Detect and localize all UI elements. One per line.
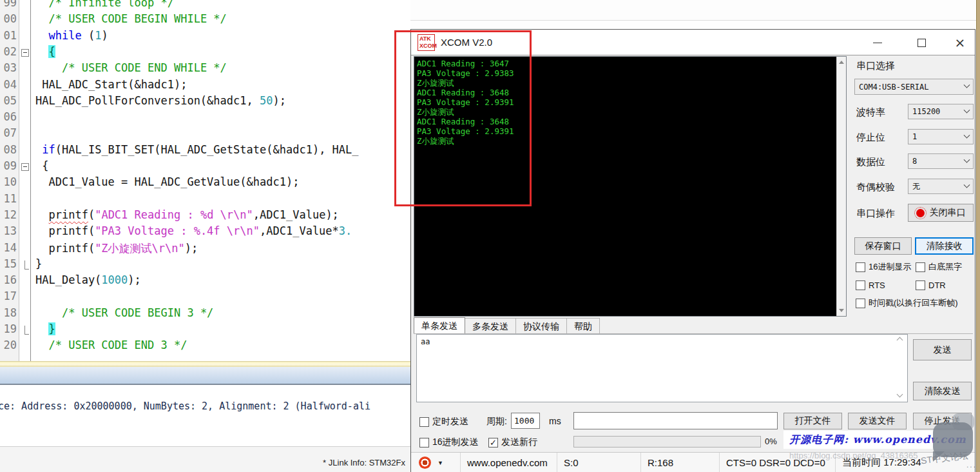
line-number: 99	[0, 0, 17, 12]
checkbox-option[interactable]: RTS	[856, 279, 885, 291]
code-segment: ,ADC1_Value*	[260, 224, 339, 237]
line-number: 02	[0, 45, 17, 61]
open-file-button[interactable]: 打开文件	[783, 413, 842, 429]
tab-4[interactable]: 帮助	[567, 318, 600, 334]
terminal-line: Z小旋测试	[417, 78, 514, 88]
terminal-line: PA3 Voltage : 2.9391	[417, 126, 514, 136]
clear-send-button[interactable]: 清除发送	[913, 382, 972, 400]
ide-bg-divider	[410, 20, 976, 21]
period-input[interactable]	[511, 413, 540, 429]
port-select-dropdown[interactable]: COM4:USB-SERIAL	[854, 79, 974, 95]
code-segment: )	[101, 29, 108, 42]
scroll-up-icon[interactable]	[839, 61, 844, 64]
send-button[interactable]: 发送	[913, 339, 972, 360]
code-segment: /* USER CODE BEGIN WHILE */	[48, 12, 226, 25]
code-segment: {	[35, 159, 48, 172]
chevron-down-icon	[964, 181, 970, 188]
terminal-line: ADC1 Reading : 3648	[417, 117, 514, 126]
code-segment	[35, 306, 62, 319]
newline-option[interactable]: ✓ 发送新行	[488, 435, 537, 450]
line-number: 04	[0, 78, 17, 94]
fold-end-icon	[24, 326, 29, 335]
checkbox-option[interactable]: 白底黑字	[916, 261, 962, 273]
setting-dropdown[interactable]: 无	[908, 179, 974, 194]
code-line: /* Infinite loop */	[35, 0, 174, 12]
ide-window: 9900010203040506070809101112131415161718…	[0, 0, 410, 472]
code-line: {	[35, 159, 48, 175]
code-segment: HAL_ADC_Start(&hadc1);	[35, 78, 187, 91]
checkbox[interactable]	[856, 299, 865, 308]
maximize-icon	[918, 39, 926, 47]
save-window-label: 保存窗口	[865, 241, 901, 252]
code-segment: printf	[48, 208, 88, 221]
terminal-line: Z小旋测试	[417, 107, 514, 117]
checkbox[interactable]	[916, 280, 925, 290]
code-editor[interactable]: /* Infinite loop */ /* USER CODE BEGIN W…	[31, 0, 410, 361]
hex-send-option[interactable]: 16进制发送	[419, 435, 479, 450]
led-icon	[916, 209, 925, 217]
clear-receive-label: 清除接收	[927, 241, 963, 252]
checkbox-label: 16进制显示	[869, 261, 911, 273]
checkbox[interactable]	[856, 280, 865, 290]
code-segment: 3.	[339, 224, 352, 237]
checkbox-option[interactable]: DTR	[916, 279, 946, 291]
hex-send-checkbox[interactable]	[419, 438, 429, 447]
line-number: 17	[0, 290, 17, 306]
serial-terminal[interactable]: ADC1 Reading : 3647PA3 Voltage : 2.9383Z…	[414, 56, 847, 317]
line-number: 19	[0, 322, 17, 339]
clear-receive-button[interactable]: 清除接收	[915, 237, 974, 255]
record-icon[interactable]	[419, 457, 431, 469]
scroll-down-icon[interactable]	[839, 309, 844, 312]
minimize-button[interactable]	[862, 30, 893, 55]
send-file-button[interactable]: 发送文件	[848, 413, 907, 429]
close-button[interactable]: ×	[945, 30, 975, 55]
setting-value: 115200	[912, 107, 940, 116]
timed-send-checkbox[interactable]	[419, 417, 429, 427]
checkbox[interactable]	[916, 262, 925, 272]
line-number: 18	[0, 306, 17, 322]
checkbox-label: RTS	[869, 280, 885, 290]
code-segment: );	[185, 242, 198, 255]
close-port-button[interactable]: 关闭串口	[908, 204, 974, 222]
fold-toggle-icon[interactable]	[21, 49, 29, 57]
stop-send-button[interactable]: 停止发送	[913, 413, 972, 429]
setting-dropdown[interactable]: 115200	[908, 104, 974, 119]
tab-2[interactable]: 多条发送	[465, 318, 516, 334]
status-item: CTS=0 DSR=0 DCD=0	[719, 453, 835, 472]
checkbox-option[interactable]: 时间戳(以换行回车断帧)	[856, 297, 958, 310]
ide-toolbar-band	[0, 367, 410, 385]
checkbox-option[interactable]: 16进制显示	[856, 261, 911, 273]
terminal-line: ADC1 Reading : 3647	[417, 59, 514, 68]
setting-dropdown[interactable]: 1	[908, 129, 974, 144]
editor-separator	[0, 361, 410, 367]
terminal-line: PA3 Voltage : 2.9383	[417, 68, 514, 78]
terminal-scrollbar[interactable]	[836, 57, 846, 316]
xcom-logo-icon: ATK XCOM	[418, 34, 435, 51]
send-tabs: 单条发送多条发送协议传输帮助	[414, 317, 600, 334]
send-input[interactable]: aa	[416, 334, 908, 402]
save-window-button[interactable]: 保存窗口	[854, 237, 912, 255]
status-icon-cell[interactable]: ▼	[411, 453, 460, 472]
xcom-titlebar[interactable]: ATK XCOM XCOM V2.0 ×	[411, 30, 975, 55]
close-icon: ×	[955, 36, 966, 49]
line-number: 15	[0, 257, 17, 273]
minimize-icon	[873, 43, 882, 43]
newline-checkbox[interactable]: ✓	[488, 438, 498, 447]
fold-toggle-icon[interactable]	[21, 163, 29, 171]
code-segment: );	[273, 94, 285, 107]
line-number: 01	[0, 29, 17, 45]
ide-console[interactable]: ce: Address: 0x20000000, NumBytes: 2, Al…	[0, 386, 410, 446]
checkbox[interactable]	[856, 262, 865, 272]
status-item: www.openedv.com	[460, 453, 557, 472]
tab-1[interactable]: 单条发送	[414, 317, 465, 334]
setting-dropdown[interactable]: 8	[908, 153, 974, 169]
line-number: 03	[0, 61, 17, 77]
timed-send-option[interactable]: 定时发送	[419, 413, 468, 430]
maximize-button[interactable]	[906, 30, 937, 55]
code-line: /* USER CODE END 3 */	[35, 339, 187, 355]
status-dropdown-arrow-icon[interactable]: ▼	[437, 460, 443, 466]
extra-send-input[interactable]	[573, 412, 778, 429]
line-number: 16	[0, 273, 17, 290]
tab-3[interactable]: 协议传输	[516, 318, 567, 334]
highlighted-brace: }	[48, 322, 55, 335]
